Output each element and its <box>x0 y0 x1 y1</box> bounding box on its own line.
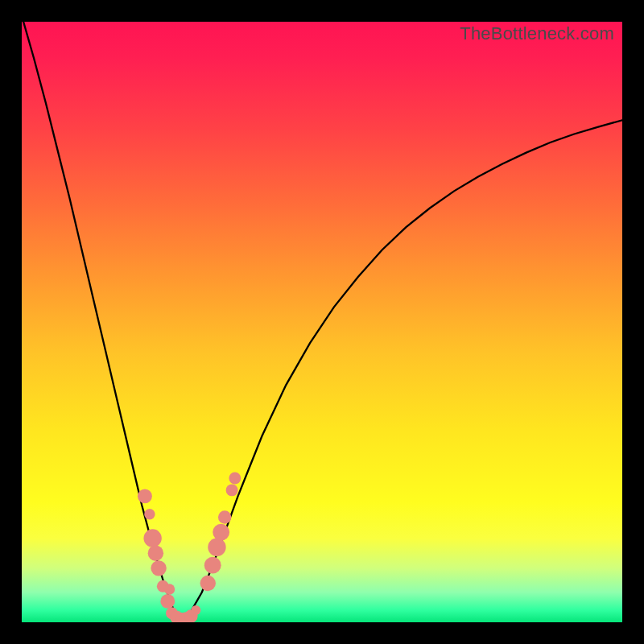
curve-overlay <box>22 22 622 622</box>
data-point <box>218 510 231 523</box>
data-point <box>226 484 238 496</box>
data-point <box>229 473 241 485</box>
data-point <box>191 605 200 615</box>
data-point <box>204 557 221 574</box>
curve-right-branch <box>184 120 622 622</box>
data-markers <box>138 473 241 623</box>
data-point <box>164 584 175 594</box>
data-point <box>144 509 155 519</box>
data-point <box>200 576 216 591</box>
chart-container: TheBottleneck.com <box>0 0 644 644</box>
data-point <box>208 539 225 556</box>
data-point <box>148 546 163 561</box>
data-point <box>143 529 161 547</box>
data-point <box>160 594 175 609</box>
data-point <box>151 560 166 576</box>
plot-area: TheBottleneck.com <box>22 22 622 622</box>
data-point <box>138 489 152 503</box>
bottleneck-curve <box>22 22 622 622</box>
data-point <box>213 524 229 541</box>
curve-left-branch <box>22 22 184 622</box>
